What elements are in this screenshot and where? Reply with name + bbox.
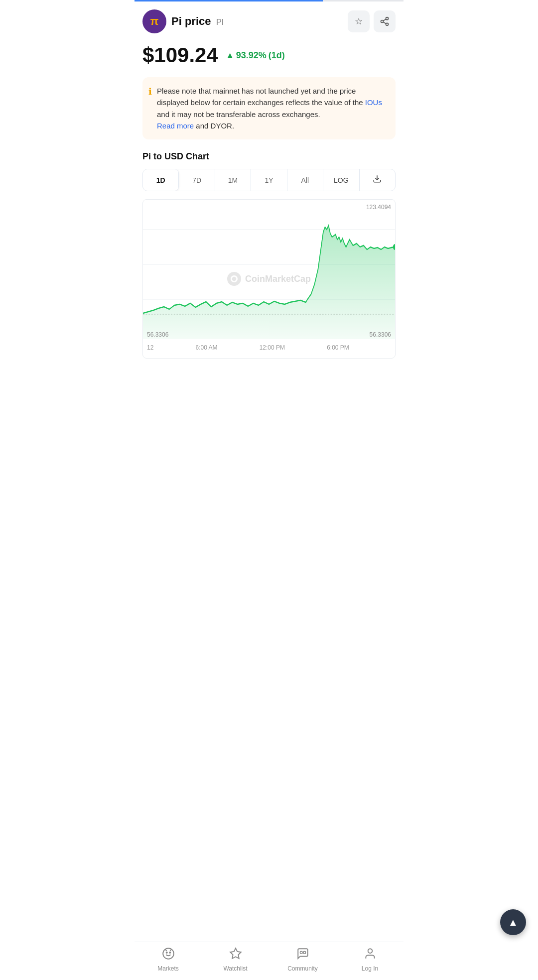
svg-line-3 [383, 22, 386, 23]
header-title-group: Pi price PI [171, 15, 224, 28]
price-change: ▲ 93.92% (1d) [226, 50, 285, 61]
tab-1y[interactable]: 1Y [251, 169, 287, 191]
notice-box: ℹ Please note that mainnet has not launc… [142, 77, 396, 139]
chart-y-min-label-right: 56.3306 [370, 331, 391, 338]
notice-text: Please note that mainnet has not launche… [157, 85, 388, 131]
header-actions: ☆ [348, 10, 396, 32]
tab-all[interactable]: All [287, 169, 323, 191]
tab-1d[interactable]: 1D [143, 169, 179, 191]
price-change-period: (1d) [269, 50, 285, 61]
x-label-6pm: 6:00 PM [327, 344, 349, 351]
price-chart[interactable]: 123.4094 56.3306 CoinMarketCap [142, 199, 396, 359]
x-label-6am: 6:00 AM [195, 344, 217, 351]
svg-point-0 [386, 17, 389, 20]
pi-logo-icon: π [150, 15, 159, 28]
chart-y-min-label-left: 56.3306 [147, 331, 168, 338]
download-button[interactable] [360, 169, 395, 191]
chart-title: Pi to USD Chart [142, 151, 396, 162]
timeframe-tabs: 1D 7D 1M 1Y All LOG [142, 169, 396, 191]
chart-y-max-label: 123.4094 [366, 204, 391, 211]
coin-name: Pi price [171, 15, 211, 27]
tab-1m[interactable]: 1M [215, 169, 251, 191]
read-more-link[interactable]: Read more [157, 122, 194, 130]
svg-line-4 [383, 19, 386, 20]
chart-x-axis: 12 6:00 AM 12:00 PM 6:00 PM [143, 341, 395, 351]
header-left: π Pi price PI [142, 9, 224, 33]
notice-text-3: and DYOR. [194, 122, 234, 130]
pi-logo: π [142, 9, 166, 33]
price-value: $109.24 [142, 43, 218, 67]
x-label-12: 12 [147, 344, 153, 351]
tab-log[interactable]: LOG [323, 169, 359, 191]
notice-text-1: Please note that mainnet has not launche… [157, 87, 365, 107]
tab-7d[interactable]: 7D [179, 169, 215, 191]
share-button[interactable] [374, 10, 396, 32]
info-icon: ℹ [148, 86, 152, 131]
header: π Pi price PI ☆ [134, 1, 404, 39]
coin-symbol: PI [216, 18, 224, 26]
price-change-percent: 93.92% [236, 50, 267, 61]
price-section: $109.24 ▲ 93.92% (1d) [134, 39, 404, 77]
chart-svg [143, 200, 395, 339]
x-label-12pm: 12:00 PM [260, 344, 285, 351]
svg-point-2 [386, 23, 389, 25]
ious-link[interactable]: IOUs [365, 98, 382, 107]
price-arrow-icon: ▲ [226, 51, 234, 60]
page-content: π Pi price PI ☆ $109.24 ▲ 93.92% (1d) [134, 0, 404, 408]
watchlist-star-button[interactable]: ☆ [348, 10, 370, 32]
notice-text-2: and it may not be transferable across ex… [157, 110, 320, 119]
svg-point-1 [381, 20, 384, 23]
chart-section: Pi to USD Chart 1D 7D 1M 1Y All LOG 123.… [134, 151, 404, 359]
